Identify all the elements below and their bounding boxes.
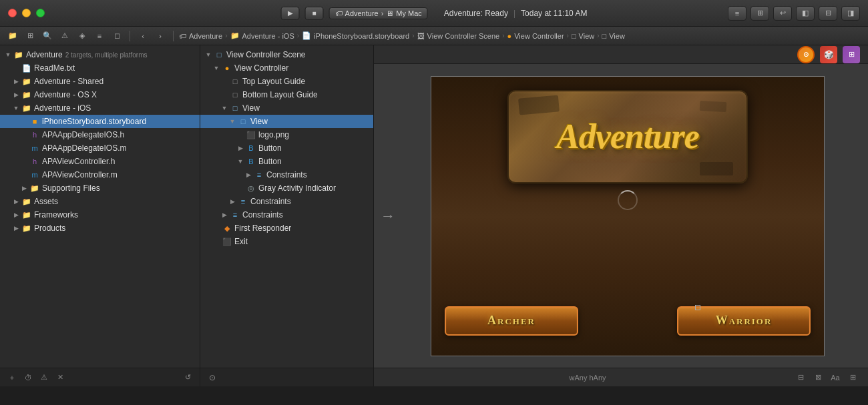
editor-standard-button[interactable]: ≡ bbox=[728, 6, 746, 21]
scene-header[interactable]: ▼ □ View Controller Scene bbox=[200, 48, 373, 61]
scene-bottom-layout[interactable]: □ Bottom Layout Guide bbox=[200, 88, 373, 101]
scene-activity[interactable]: ◎ Gray Activity Indicator bbox=[200, 181, 373, 195]
bookmark-icon[interactable]: ◈ bbox=[75, 30, 89, 42]
scene-frame[interactable]: Adventure Archer Warrior bbox=[431, 76, 825, 356]
game-buttons-container: Archer Warrior bbox=[431, 306, 824, 336]
editor-version-button[interactable]: ↩ bbox=[773, 6, 792, 21]
history-icon[interactable]: ◻ bbox=[110, 30, 124, 42]
filter-history-button[interactable]: ⏱ bbox=[21, 372, 35, 384]
archer-button-label: Archer bbox=[487, 314, 535, 328]
scene-constraints3[interactable]: ▶ ≡ Constraints bbox=[200, 208, 373, 222]
pin-button[interactable]: ⊞ bbox=[845, 372, 860, 384]
breadcrumb-item-adventure[interactable]: 🏷 Adventure bbox=[179, 32, 222, 40]
first-responder-icon: ◆ bbox=[222, 224, 232, 233]
editor-assistant-button[interactable]: ⊞ bbox=[750, 6, 769, 21]
scheme-icon: 🏷 bbox=[335, 9, 343, 17]
maximize-button[interactable] bbox=[36, 9, 45, 17]
osx-icon: 📁 bbox=[21, 91, 32, 99]
stop-icon: ■ bbox=[312, 9, 316, 17]
scene-logo[interactable]: ⬛ logo.png bbox=[200, 128, 373, 141]
filter-errors-button[interactable]: ✕ bbox=[53, 372, 67, 384]
scene-zoom-fit[interactable]: ⊙ bbox=[206, 372, 219, 384]
breadcrumb-item-vc[interactable]: ● View Controller bbox=[507, 32, 564, 40]
size-button[interactable]: Aa bbox=[828, 372, 843, 384]
breadcrumb-icon-adventure: 🏷 bbox=[179, 32, 186, 40]
ios-icon: 📁 bbox=[21, 104, 32, 113]
tree-item-products[interactable]: ▶ 📁 Products bbox=[0, 222, 200, 235]
tree-item-supporting[interactable]: ▶ 📁 Supporting Files bbox=[0, 181, 200, 195]
breadcrumb-item-view1[interactable]: □ View bbox=[572, 32, 594, 40]
filter-warnings-button[interactable]: ⚠ bbox=[37, 372, 51, 384]
assets-icon: 📁 bbox=[21, 197, 32, 206]
navigator-toggle[interactable]: ◧ bbox=[796, 6, 815, 21]
file-navigator: ▼ 📁 Adventure 2 targets, multiple platfo… bbox=[0, 45, 200, 386]
close-button[interactable] bbox=[8, 9, 17, 17]
breadcrumb-item-scene[interactable]: 🖼 View Controller Scene bbox=[417, 32, 500, 40]
resolve-autolayout-button[interactable]: 🎲 bbox=[820, 46, 837, 63]
size-inspector-button[interactable]: ⊞ bbox=[843, 46, 860, 63]
filter-search-button[interactable]: ↺ bbox=[181, 372, 194, 384]
scene-button1[interactable]: ▶ B Button bbox=[200, 141, 373, 155]
readme-icon: 📄 bbox=[21, 64, 32, 73]
scene-first-responder[interactable]: ◆ First Responder bbox=[200, 222, 373, 235]
activity-icon: ◎ bbox=[246, 184, 256, 193]
activity-label: Gray Activity Indicator bbox=[258, 183, 336, 193]
breadcrumb-item-ios[interactable]: 📁 Adventure - iOS bbox=[230, 31, 294, 40]
structure-icon[interactable]: ⊞ bbox=[23, 30, 37, 42]
run-button[interactable]: ▶ bbox=[281, 7, 300, 20]
scene-view-parent[interactable]: ▼ □ View bbox=[200, 101, 373, 115]
scene-vc-icon: ● bbox=[222, 64, 232, 72]
warrior-button[interactable]: Warrior bbox=[677, 306, 811, 336]
logo-icon: ⬛ bbox=[246, 131, 256, 139]
add-file-button[interactable]: + bbox=[5, 372, 19, 384]
tree-item-frameworks[interactable]: ▶ 📁 Frameworks bbox=[0, 208, 200, 222]
add-missing-constraints-button[interactable]: ⊙ bbox=[797, 46, 815, 63]
scene-button2[interactable]: ▼ B Button bbox=[200, 155, 373, 168]
canvas-main[interactable]: → Adventure bbox=[374, 64, 868, 368]
scene-top-layout[interactable]: □ Top Layout Guide bbox=[200, 75, 373, 88]
constraints1-arrow: ▶ bbox=[243, 171, 254, 178]
appdelegate-m-icon: m bbox=[29, 144, 40, 152]
root-icon: 📁 bbox=[13, 51, 24, 59]
breadcrumb-item-view2[interactable]: □ View bbox=[602, 32, 625, 40]
back-button[interactable]: ‹ bbox=[136, 30, 150, 42]
scheme-icon2: 🖥 bbox=[386, 9, 393, 17]
align-button[interactable]: ⊟ bbox=[793, 372, 808, 384]
breadcrumb-sep: › bbox=[225, 32, 227, 39]
navigator-icon[interactable]: 📁 bbox=[5, 30, 20, 42]
search-icon[interactable]: 🔍 bbox=[40, 30, 55, 42]
tree-item-appdelegate-h[interactable]: h APAAppDelegateIOS.h bbox=[0, 128, 200, 141]
utilities-toggle[interactable]: ◨ bbox=[841, 6, 860, 21]
tree-item-apavc-h[interactable]: h APAViewController.h bbox=[0, 155, 200, 168]
toolbar-center: ▶ ■ 🏷 Adventure › 🖥 My Mac Adventure: Re… bbox=[281, 7, 588, 20]
tree-item-shared[interactable]: ▶ 📁 Adventure - Shared bbox=[0, 75, 200, 88]
archer-button[interactable]: Archer bbox=[445, 306, 578, 336]
forward-button[interactable]: › bbox=[153, 30, 168, 42]
selection-handle bbox=[695, 305, 700, 310]
apavc-h-icon: h bbox=[29, 157, 40, 165]
stop-button[interactable]: ■ bbox=[305, 7, 324, 20]
breadcrumb-sep3: › bbox=[412, 32, 414, 39]
constraints2-arrow: ▶ bbox=[227, 198, 238, 205]
tree-root[interactable]: ▼ 📁 Adventure 2 targets, multiple platfo… bbox=[0, 48, 200, 61]
scene-constraints2[interactable]: ▶ ≡ Constraints bbox=[200, 195, 373, 208]
scheme-selector[interactable]: 🏷 Adventure › 🖥 My Mac bbox=[329, 7, 428, 19]
list-icon[interactable]: ≡ bbox=[92, 30, 107, 42]
scene-vc[interactable]: ▼ ● View Controller bbox=[200, 61, 373, 75]
distribute-button[interactable]: ⊠ bbox=[811, 372, 825, 384]
tree-item-assets[interactable]: ▶ 📁 Assets bbox=[0, 195, 200, 208]
tree-item-ios[interactable]: ▼ 📁 Adventure - iOS bbox=[0, 101, 200, 115]
tree-item-osx[interactable]: ▶ 📁 Adventure - OS X bbox=[0, 88, 200, 101]
tree-item-apavc-m[interactable]: m APAViewController.m bbox=[0, 168, 200, 181]
warning-icon[interactable]: ⚠ bbox=[57, 30, 72, 42]
debug-toggle[interactable]: ⊟ bbox=[819, 6, 837, 21]
breadcrumb-item-storyboard[interactable]: 📄 iPhoneStoryboard.storyboard bbox=[302, 31, 409, 40]
scene-constraints1[interactable]: ▶ ≡ Constraints bbox=[200, 168, 373, 181]
breadcrumb-label-vc: View Controller bbox=[514, 32, 564, 40]
minimize-button[interactable] bbox=[22, 9, 31, 17]
scene-exit[interactable]: ⬛ Exit bbox=[200, 235, 373, 248]
tree-item-appdelegate-m[interactable]: m APAAppDelegateIOS.m bbox=[0, 141, 200, 155]
tree-item-storyboard[interactable]: ■ iPhoneStoryboard.storyboard bbox=[0, 115, 200, 128]
scene-view-child[interactable]: ▼ □ View bbox=[200, 115, 373, 128]
tree-item-readme[interactable]: 📄 ReadMe.txt bbox=[0, 61, 200, 75]
